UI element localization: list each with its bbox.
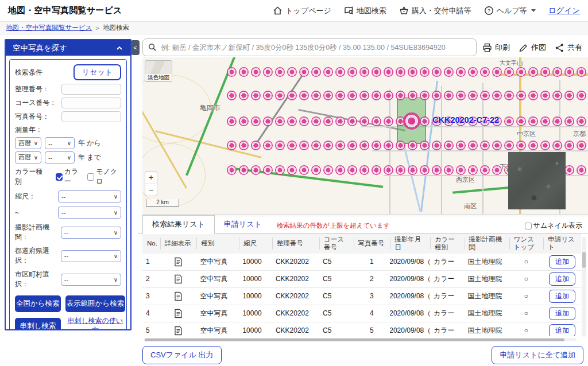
photo-marker[interactable] — [528, 91, 538, 100]
zoom-in-button[interactable]: + — [145, 172, 157, 184]
photo-marker[interactable] — [528, 141, 538, 150]
photo-marker[interactable] — [359, 67, 369, 77]
photo-marker[interactable] — [311, 67, 321, 77]
photo-marker[interactable] — [408, 165, 417, 175]
photo-marker[interactable] — [323, 67, 333, 77]
photo-marker[interactable] — [492, 91, 502, 100]
photo-marker[interactable] — [396, 91, 405, 100]
photo-marker[interactable] — [384, 141, 393, 150]
photo-marker[interactable] — [372, 67, 381, 77]
photo-marker[interactable] — [444, 67, 454, 77]
photo-marker[interactable] — [384, 165, 393, 175]
photo-marker[interactable] — [239, 165, 249, 175]
field-input-1[interactable] — [61, 98, 121, 108]
breadcrumb-home-link[interactable]: 地図・空中写真閲覧サービス — [6, 24, 92, 32]
aerial-photo-panel-header[interactable]: 空中写真を探す — [6, 40, 130, 56]
photo-marker[interactable] — [456, 67, 466, 77]
photo-marker[interactable] — [275, 116, 285, 126]
photo-marker[interactable] — [263, 141, 273, 150]
photo-marker[interactable] — [396, 67, 405, 77]
photo-marker[interactable] — [480, 67, 490, 77]
select-1[interactable]: --∨ — [58, 207, 121, 219]
photo-marker[interactable] — [420, 116, 430, 126]
select-2[interactable]: --∨ — [61, 227, 121, 239]
results-vertical-scrollbar[interactable] — [582, 237, 586, 337]
photo-marker[interactable] — [227, 141, 237, 150]
add-button[interactable]: 追加 — [549, 307, 575, 320]
photo-marker[interactable] — [251, 116, 261, 126]
draw-button[interactable]: 作図 — [519, 42, 546, 53]
photo-marker[interactable] — [251, 141, 261, 150]
photo-marker[interactable] — [396, 165, 405, 175]
add-button[interactable]: 追加 — [549, 255, 575, 268]
photo-marker[interactable] — [492, 141, 502, 150]
photo-marker[interactable] — [299, 67, 309, 77]
print-button[interactable]: 印刷 — [482, 42, 510, 53]
select-0[interactable]: --∨ — [58, 190, 121, 203]
csv-export-button[interactable]: CSVファイル 出力 — [142, 346, 222, 364]
detail-view-button[interactable] — [160, 305, 197, 322]
thumbnail-checkbox[interactable] — [525, 223, 532, 229]
era-select[interactable]: 西暦∨ — [15, 151, 41, 163]
photo-marker[interactable] — [263, 116, 273, 126]
photo-marker[interactable] — [528, 116, 538, 126]
photo-marker[interactable] — [540, 116, 550, 126]
share-button[interactable]: 共有 — [555, 42, 582, 53]
photo-marker[interactable] — [372, 91, 381, 100]
nav-item-0[interactable]: トップページ — [273, 6, 331, 16]
photo-marker[interactable] — [408, 91, 417, 100]
photo-marker[interactable] — [311, 141, 321, 150]
detail-view-button[interactable] — [160, 270, 197, 287]
photo-marker[interactable] — [516, 116, 526, 126]
year-select[interactable]: --∨ — [45, 137, 75, 149]
photo-marker[interactable] — [299, 91, 309, 100]
photo-marker[interactable] — [432, 165, 442, 175]
photo-marker[interactable] — [492, 67, 502, 77]
photo-marker[interactable] — [384, 91, 393, 100]
photo-marker[interactable] — [444, 91, 454, 100]
photo-marker[interactable] — [540, 67, 550, 77]
photo-marker[interactable] — [335, 165, 345, 175]
photo-marker[interactable] — [335, 67, 345, 77]
photo-marker[interactable] — [432, 67, 442, 77]
photo-marker[interactable] — [540, 91, 550, 100]
photo-marker[interactable] — [468, 67, 478, 77]
tab-search-results[interactable]: 検索結果リスト — [142, 215, 215, 234]
photo-marker[interactable] — [251, 91, 261, 100]
photo-marker[interactable] — [311, 165, 321, 175]
photo-marker[interactable] — [275, 67, 285, 77]
photo-marker[interactable] — [420, 165, 430, 175]
photo-marker[interactable] — [299, 141, 309, 150]
photo-marker[interactable] — [552, 67, 562, 77]
photo-marker[interactable] — [408, 141, 417, 150]
photo-marker[interactable] — [564, 165, 574, 175]
detail-view-button[interactable] — [160, 287, 197, 305]
photo-marker[interactable] — [287, 67, 297, 77]
photo-marker[interactable] — [347, 165, 357, 175]
photo-marker[interactable] — [287, 141, 297, 150]
photo-marker[interactable] — [540, 141, 550, 150]
photo-marker[interactable] — [239, 141, 249, 150]
photo-marker[interactable] — [432, 91, 442, 100]
search-nationwide-button[interactable]: 全国から検索 — [15, 295, 61, 312]
photo-marker[interactable] — [323, 165, 333, 175]
photo-marker[interactable] — [227, 165, 237, 175]
photo-marker[interactable] — [552, 141, 562, 150]
era-select[interactable]: 西暦∨ — [15, 137, 41, 149]
selected-photo-marker[interactable] — [403, 112, 420, 130]
map-canvas[interactable]: 亀岡市大文字山中京区京都下京区西京区南区 CKK20202-C7-22 淡色地図… — [142, 57, 588, 215]
photo-marker[interactable] — [528, 67, 538, 77]
photo-marker[interactable] — [335, 116, 345, 126]
photo-marker[interactable] — [516, 141, 526, 150]
photo-marker[interactable] — [564, 67, 574, 77]
photo-marker[interactable] — [504, 67, 514, 77]
photo-marker[interactable] — [384, 67, 393, 77]
photo-marker[interactable] — [564, 116, 574, 126]
photo-marker[interactable] — [359, 91, 369, 100]
photo-marker[interactable] — [239, 91, 249, 100]
photo-marker[interactable] — [444, 141, 454, 150]
photo-marker[interactable] — [564, 141, 574, 150]
photo-marker[interactable] — [552, 91, 562, 100]
photo-marker[interactable] — [456, 141, 466, 150]
photo-marker[interactable] — [323, 91, 333, 100]
